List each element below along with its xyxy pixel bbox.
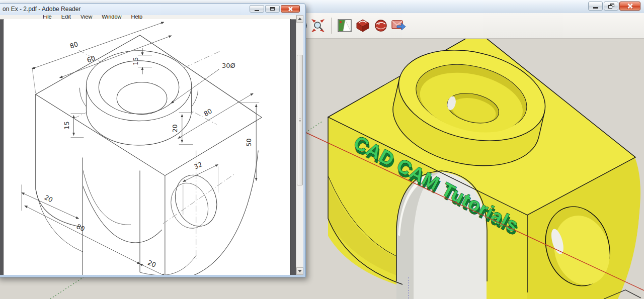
scroll-down-button[interactable] xyxy=(296,267,303,275)
pdf-scrollbar[interactable] xyxy=(296,15,303,275)
dimension-label: 80 xyxy=(69,40,79,50)
arrow-up-icon xyxy=(298,18,302,20)
dimension-label: 50 xyxy=(245,138,253,146)
zoom-extents-icon[interactable] xyxy=(310,18,326,34)
cad-window-controls xyxy=(588,2,640,11)
close-icon xyxy=(627,4,632,9)
send-to-layout-icon[interactable] xyxy=(391,18,407,34)
pdf-window-controls xyxy=(250,5,300,13)
preview-earth-icon[interactable] xyxy=(373,18,389,34)
maximize-icon xyxy=(270,7,275,11)
toolbar-separator xyxy=(331,18,332,34)
dimension-label: 80 xyxy=(202,107,213,118)
dimension-label: 15 xyxy=(63,121,70,129)
add-location-icon[interactable] xyxy=(337,18,353,34)
scrollbar-grip-icon xyxy=(299,119,301,123)
pdf-window-title: on Ex - 2.pdf - Adobe Reader xyxy=(3,6,80,13)
pdf-technical-drawing: 80601530Ø2080503215208020 xyxy=(4,19,290,275)
pdf-close-button[interactable] xyxy=(281,5,300,13)
cad-restore-button[interactable] xyxy=(604,2,618,11)
scroll-up-button[interactable] xyxy=(296,15,303,23)
arrow-down-icon xyxy=(298,270,302,272)
minimize-icon xyxy=(255,10,259,11)
dimension-label: 32 xyxy=(193,160,203,171)
pdf-titlebar[interactable]: on Ex - 2.pdf - Adobe Reader xyxy=(0,4,305,15)
dimension-label: 15 xyxy=(132,57,139,65)
dimension-label: 20 xyxy=(146,259,157,269)
restore-icon xyxy=(608,4,614,9)
pdf-window: on Ex - 2.pdf - Adobe Reader FileEditVie… xyxy=(0,3,306,277)
close-icon xyxy=(288,7,293,11)
dimension-label: 20 xyxy=(171,124,179,132)
dimension-label: 60 xyxy=(86,54,97,64)
scrollbar-thumb[interactable] xyxy=(297,55,303,185)
cad-minimize-button[interactable] xyxy=(588,2,603,11)
pdf-minimize-button[interactable] xyxy=(250,5,264,13)
minimize-icon xyxy=(593,7,598,9)
dimension-label: 80 xyxy=(75,223,86,233)
photo-textures-icon[interactable] xyxy=(355,18,371,34)
dimension-label: 20 xyxy=(43,193,54,204)
cad-close-button[interactable] xyxy=(619,2,640,11)
pdf-content-area: FileEditViewWindowHelp xyxy=(0,15,303,275)
pdf-page[interactable]: 80601530Ø2080503215208020 xyxy=(4,19,290,275)
pdf-maximize-button[interactable] xyxy=(265,5,280,13)
dimension-label: 30Ø xyxy=(222,62,235,69)
